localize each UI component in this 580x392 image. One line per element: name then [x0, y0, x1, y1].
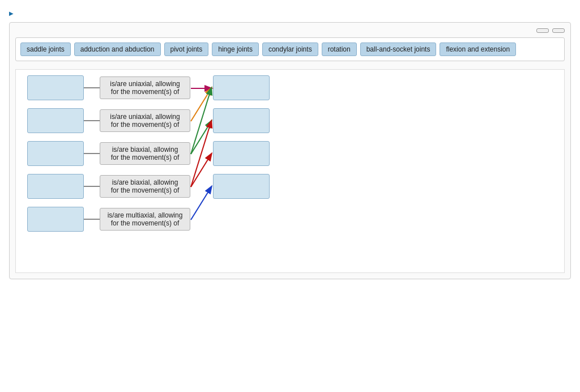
label-chip[interactable]: hinge joints: [212, 42, 259, 56]
rows-container: is/are uniaxial, allowing for the moveme…: [27, 75, 190, 232]
left-drop-box[interactable]: [27, 141, 84, 166]
right-drop-box[interactable]: [213, 174, 270, 199]
top-bar: [15, 28, 565, 33]
concept-map-container: saddle jointsadduction and abductionpivo…: [9, 22, 571, 279]
left-drop-box[interactable]: [27, 75, 84, 100]
connector-line: [84, 87, 100, 88]
middle-label: is/are multiaxial, allowing for the move…: [100, 208, 190, 231]
labels-row: saddle jointsadduction and abductionpivo…: [15, 37, 565, 61]
connector-line: [84, 219, 100, 220]
diagram-row: is/are uniaxial, allowing for the moveme…: [27, 108, 190, 133]
hint-link[interactable]: [9, 10, 571, 16]
diagram-row: is/are uniaxial, allowing for the moveme…: [27, 75, 190, 100]
left-drop-box[interactable]: [27, 108, 84, 133]
label-chip[interactable]: flexion and extension: [440, 42, 516, 56]
help-button[interactable]: [552, 28, 565, 33]
middle-label: is/are biaxial, allowing for the movemen…: [100, 175, 190, 198]
connector-line: [84, 153, 100, 154]
middle-label: is/are uniaxial, allowing for the moveme…: [100, 109, 190, 132]
label-chip[interactable]: condylar joints: [262, 42, 318, 56]
right-drop-box[interactable]: [213, 108, 270, 133]
label-chip[interactable]: rotation: [322, 42, 357, 56]
label-chip[interactable]: pivot joints: [164, 42, 209, 56]
right-drop-box[interactable]: [213, 141, 270, 166]
reset-button[interactable]: [536, 28, 549, 33]
right-boxes-col: [213, 75, 270, 199]
left-drop-box[interactable]: [27, 174, 84, 199]
diagram-area: is/are uniaxial, allowing for the moveme…: [15, 69, 565, 273]
label-chip[interactable]: adduction and abduction: [74, 42, 161, 56]
middle-label: is/are biaxial, allowing for the movemen…: [100, 142, 190, 165]
diagram-row: is/are multiaxial, allowing for the move…: [27, 207, 190, 232]
label-chip[interactable]: saddle joints: [20, 42, 71, 56]
label-chip[interactable]: ball-and-socket joints: [360, 42, 437, 56]
middle-label: is/are uniaxial, allowing for the moveme…: [100, 76, 190, 99]
connector-line: [84, 186, 100, 187]
left-drop-box[interactable]: [27, 207, 84, 232]
connector-line: [84, 120, 100, 121]
right-drop-box[interactable]: [213, 75, 270, 100]
diagram-row: is/are biaxial, allowing for the movemen…: [27, 174, 190, 199]
diagram-row: is/are biaxial, allowing for the movemen…: [27, 141, 190, 166]
